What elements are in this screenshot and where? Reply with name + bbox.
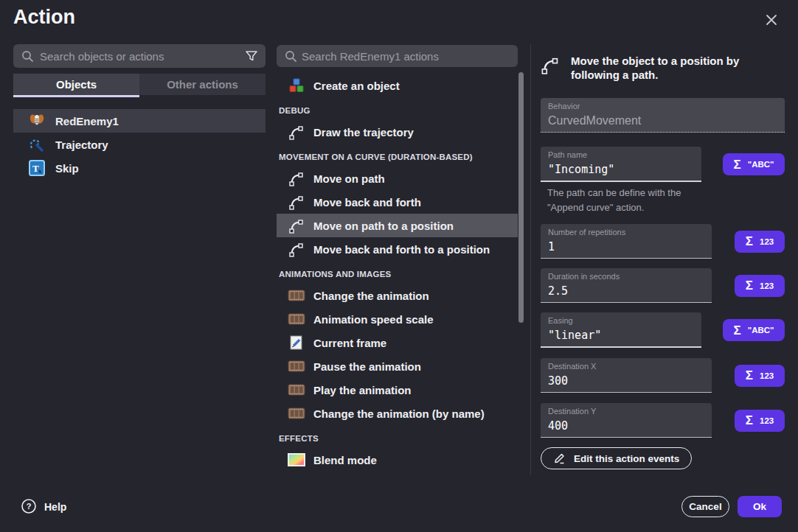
field-destination-y[interactable]: Destination Y [541, 403, 712, 438]
sigma-icon: Σ [733, 324, 740, 337]
field-duration-in-seconds[interactable]: Duration in seconds [541, 268, 712, 303]
field-row: Path nameΣ"ABC" [541, 147, 785, 182]
action-label: Move back and forth [313, 196, 421, 209]
sigma-icon: Σ [746, 369, 753, 382]
curve-icon [288, 123, 305, 141]
actions-search-box [277, 45, 518, 67]
close-button[interactable] [761, 10, 782, 31]
action-row[interactable]: Move back and forth to a position [277, 237, 518, 261]
expression-builder-button[interactable]: Σ123 [735, 365, 785, 387]
tab-other-actions[interactable]: Other actions [139, 74, 266, 95]
object-row[interactable]: Trajectory [13, 133, 266, 156]
number-of-repetitions-input[interactable] [548, 239, 704, 254]
svg-text:?: ? [27, 502, 32, 511]
objects-search-box [13, 44, 266, 68]
action-label: Draw the trajectory [313, 126, 414, 139]
curve-icon [288, 240, 305, 258]
action-label: Animation speed scale [313, 313, 434, 326]
film-icon [288, 381, 305, 399]
red-enemy-sprite-icon [28, 112, 46, 130]
field-label: Destination X [548, 362, 704, 371]
action-label: Move on path [313, 172, 385, 185]
help-button[interactable]: ? Help [21, 497, 66, 517]
destination-y-input[interactable] [548, 419, 704, 433]
close-icon [764, 13, 779, 29]
search-icon [284, 49, 297, 66]
action-row[interactable]: Move back and forth [277, 190, 518, 214]
field-destination-x[interactable]: Destination X [541, 358, 712, 393]
action-label: Create an object [313, 80, 400, 92]
objects-search-input[interactable] [13, 44, 266, 68]
actions-scrollbar-thumb[interactable] [518, 72, 524, 323]
destination-x-input[interactable] [548, 374, 704, 388]
film-icon [288, 287, 305, 304]
action-label: Blend mode [313, 454, 377, 466]
action-label: Play the animation [313, 384, 412, 396]
action-label: Move back and forth to a position [313, 243, 490, 256]
edit-action-events-button[interactable]: Edit this action events [541, 447, 692, 469]
search-icon [21, 49, 34, 66]
curve-icon [288, 169, 305, 187]
tab-objects[interactable]: Objects [13, 74, 139, 95]
ok-button[interactable]: Ok [738, 496, 782, 517]
object-tabs: Objects Other actions [13, 74, 266, 95]
field-label: Number of repetitions [548, 228, 704, 237]
duration-in-seconds-input[interactable] [548, 284, 704, 298]
action-row[interactable]: Create an object [277, 74, 518, 97]
expression-builder-button[interactable]: Σ123 [735, 231, 785, 253]
svg-text:x: x [38, 167, 42, 175]
curve-icon [541, 55, 560, 77]
action-label: Current frame [313, 337, 386, 349]
blend-mode-icon [288, 451, 305, 469]
action-row[interactable]: Move on path to a position [277, 214, 518, 237]
action-description-row: Move the object to a position by followi… [541, 54, 785, 82]
sigma-icon: Σ [733, 158, 740, 171]
sigma-icon: Σ [746, 279, 753, 292]
expression-type-label: 123 [760, 371, 774, 380]
expression-type-label: 123 [760, 281, 774, 290]
film-icon [288, 405, 305, 422]
edit-action-events-label: Edit this action events [574, 453, 679, 464]
easing-input[interactable] [548, 328, 694, 343]
expression-builder-button[interactable]: Σ123 [735, 410, 785, 432]
field-label: Easing [548, 316, 694, 326]
field-easing[interactable]: Easing [541, 312, 701, 348]
dialog-title: Action [13, 6, 75, 29]
action-label: Move on path to a position [313, 220, 454, 232]
action-row[interactable]: Blend mode [277, 448, 518, 472]
action-row[interactable]: Change the animation [277, 284, 518, 307]
expression-builder-button[interactable]: Σ"ABC" [723, 319, 785, 341]
cancel-button[interactable]: Cancel [681, 496, 729, 517]
action-row[interactable]: Pause the animation [277, 354, 518, 378]
action-label: Change the animation (by name) [313, 407, 485, 420]
field-row: Destination XΣ123 [541, 358, 785, 393]
field-path-name[interactable]: Path name [541, 147, 701, 182]
expression-type-label: "ABC" [748, 326, 774, 335]
action-group-header: DEBUG [277, 101, 518, 120]
action-row[interactable]: Play the animation [277, 378, 518, 402]
frame-icon [288, 334, 305, 351]
actions-search-input[interactable] [277, 45, 518, 67]
object-list: RedEnemy1TrajectoryTxSkip [13, 109, 266, 180]
object-row[interactable]: RedEnemy1 [13, 109, 266, 133]
action-row[interactable]: Current frame [277, 331, 518, 354]
path-name-input[interactable] [548, 162, 694, 177]
expression-builder-button[interactable]: Σ123 [735, 275, 785, 297]
object-row[interactable]: TxSkip [13, 156, 266, 180]
action-row[interactable]: Change the animation (by name) [277, 402, 518, 425]
action-row[interactable]: Move on path [277, 167, 518, 190]
object-label: RedEnemy1 [55, 115, 119, 127]
field-label: Destination Y [548, 407, 704, 416]
field-helper-text: The path can be define with the"Append c… [547, 186, 785, 215]
expression-type-label: "ABC" [748, 160, 774, 169]
create-object-icon [288, 77, 305, 94]
action-row[interactable]: Draw the trajectory [277, 120, 518, 144]
filter-icon[interactable] [244, 49, 259, 66]
panel-divider [530, 44, 531, 475]
action-dialog: Action Objects Other actions RedEnemy1Tr… [0, 0, 798, 532]
objects-panel: Objects Other actions RedEnemy1Trajector… [13, 44, 266, 180]
field-number-of-repetitions[interactable]: Number of repetitions [541, 224, 712, 259]
field-row: EasingΣ"ABC" [541, 312, 785, 348]
action-row[interactable]: Animation speed scale [277, 307, 518, 331]
expression-builder-button[interactable]: Σ"ABC" [723, 153, 785, 175]
